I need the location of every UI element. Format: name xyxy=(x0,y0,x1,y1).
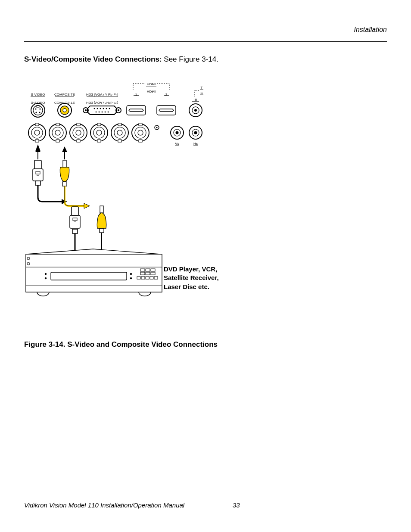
svg-rect-73 xyxy=(139,123,142,126)
svg-rect-88 xyxy=(33,169,43,181)
header-rule xyxy=(24,41,387,42)
svg-rect-59 xyxy=(77,140,80,142)
svg-rect-41 xyxy=(157,106,176,115)
svg-point-60 xyxy=(90,124,108,141)
device-label-l2: Satellite Receiver, xyxy=(164,274,219,281)
svg-point-16 xyxy=(33,106,43,115)
svg-marker-85 xyxy=(35,146,40,152)
svg-point-56 xyxy=(73,127,84,138)
svg-rect-54 xyxy=(56,140,59,142)
svg-point-72 xyxy=(138,130,143,135)
svg-point-114 xyxy=(130,273,132,275)
svg-rect-63 xyxy=(97,123,101,126)
heading-bold: S-Video/Composite Video Connections: xyxy=(24,55,164,63)
label-vs: Vs xyxy=(175,142,179,146)
heading-line: S-Video/Composite Video Connections: See… xyxy=(24,55,218,64)
svg-point-38 xyxy=(105,112,106,113)
label-svideo-mirror: S-VIDEO xyxy=(31,101,45,105)
label-hdmi-mirror: HDMI xyxy=(147,90,156,93)
svg-point-18 xyxy=(35,108,36,109)
svg-point-113 xyxy=(45,277,47,279)
svg-point-28 xyxy=(118,109,119,111)
svideo-plug-icon xyxy=(33,160,67,204)
label-s: S xyxy=(200,91,202,95)
svg-point-20 xyxy=(35,112,37,113)
figure-caption: Figure 3-14. S-Video and Composite Video… xyxy=(24,340,218,349)
svg-rect-87 xyxy=(34,160,41,169)
svg-point-46 xyxy=(31,127,43,138)
svg-point-39 xyxy=(108,112,109,113)
svg-marker-95 xyxy=(84,203,90,208)
svg-rect-58 xyxy=(77,123,80,126)
svg-point-55 xyxy=(70,124,87,141)
svg-rect-97 xyxy=(72,229,78,233)
arrow-composite xyxy=(62,146,67,159)
hs-rca-icon xyxy=(189,126,202,139)
label-svideo: S-VIDEO xyxy=(31,93,45,96)
svg-rect-74 xyxy=(139,140,142,142)
svideo-connector-icon xyxy=(31,103,45,117)
svg-point-21 xyxy=(39,112,40,113)
svg-rect-91 xyxy=(35,181,40,185)
label-hd3: HD3 (VGA / Y-Pb-Pr) xyxy=(86,93,118,96)
svg-rect-68 xyxy=(118,123,121,126)
bnc-row xyxy=(28,123,149,142)
svg-point-62 xyxy=(97,130,102,135)
svg-point-44 xyxy=(194,109,197,112)
rear-panel: HDMI HDMI 1 2 T S xyxy=(28,82,203,146)
svg-point-52 xyxy=(55,130,60,135)
svg-point-112 xyxy=(45,273,47,275)
device-label: DVD Player, VCR, Satellite Receiver, Las… xyxy=(164,265,219,291)
label-hs: Hs xyxy=(193,142,198,146)
svg-point-33 xyxy=(106,108,107,109)
svg-point-19 xyxy=(39,108,40,109)
svg-point-31 xyxy=(100,108,101,109)
svg-rect-53 xyxy=(56,123,59,126)
svg-point-66 xyxy=(114,127,125,138)
hdmi-port-2-icon xyxy=(157,106,176,115)
svg-point-36 xyxy=(99,112,100,113)
svg-rect-64 xyxy=(97,140,101,142)
footer-page-number: 33 xyxy=(233,501,240,509)
label-hdmi: HDMI xyxy=(147,82,156,86)
svg-rect-40 xyxy=(127,106,146,115)
svg-point-29 xyxy=(94,108,95,109)
svg-point-35 xyxy=(96,112,97,113)
device-label-l1: DVD Player, VCR, xyxy=(164,265,217,273)
svg-point-50 xyxy=(49,124,66,141)
svg-point-37 xyxy=(102,112,103,113)
svideo-plug-bottom-icon xyxy=(70,207,80,250)
svg-point-67 xyxy=(117,130,122,135)
svg-point-76 xyxy=(156,127,157,128)
ts-jack-icon xyxy=(189,104,202,117)
arrow-svideo xyxy=(35,146,40,159)
label-hdmi-1: 1 xyxy=(135,93,137,96)
svg-rect-93 xyxy=(63,160,66,167)
hdmi-port-1-icon xyxy=(127,106,146,115)
source-device-icon xyxy=(26,249,162,296)
page: Installation S-Video/Composite Video Con… xyxy=(0,0,411,532)
svg-point-82 xyxy=(194,131,197,134)
svg-point-65 xyxy=(111,124,128,141)
vga-connector-icon xyxy=(83,106,121,115)
header-section-label: Installation xyxy=(354,26,387,34)
svg-rect-48 xyxy=(35,123,39,126)
vs-rca-icon xyxy=(171,126,184,139)
device-label-l3: Laser Disc etc. xyxy=(164,283,209,290)
svg-rect-104 xyxy=(100,228,104,233)
svg-point-34 xyxy=(109,108,110,109)
svg-marker-86 xyxy=(62,146,67,152)
composite-connector-icon xyxy=(58,103,72,117)
label-t: T xyxy=(201,86,203,90)
svg-rect-105 xyxy=(100,206,103,213)
svg-point-115 xyxy=(130,277,132,279)
label-composite: COMPOSITE xyxy=(54,93,75,96)
svg-point-26 xyxy=(85,109,87,111)
svg-point-32 xyxy=(103,108,104,109)
svg-point-71 xyxy=(135,127,146,138)
label-hd3-mirror: HD3 (VGA / Y-Pb-Pr) xyxy=(86,101,118,105)
svg-point-70 xyxy=(132,124,149,141)
svg-point-45 xyxy=(28,124,46,141)
composite-plug-icon xyxy=(60,160,90,208)
label-hdmi-2: 2 xyxy=(165,93,168,96)
